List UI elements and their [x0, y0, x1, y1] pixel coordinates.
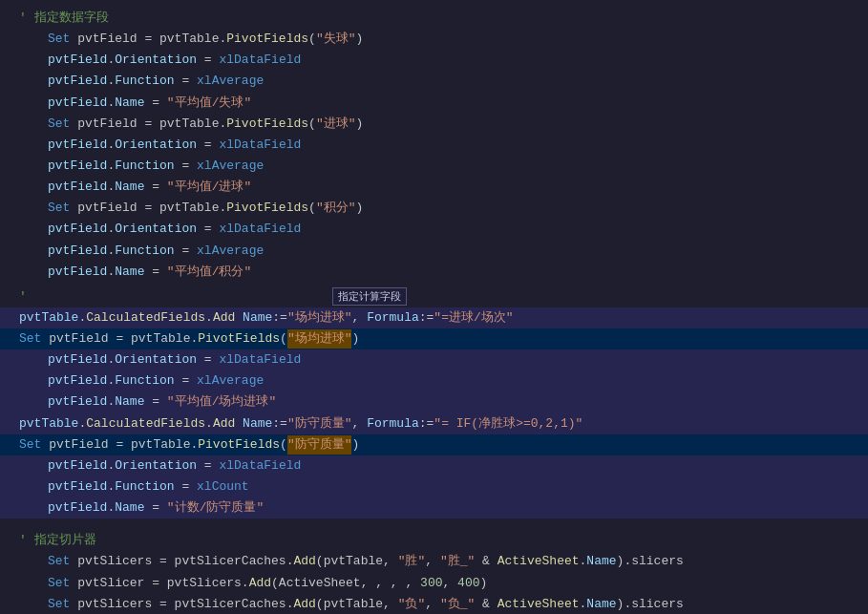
code-line: pvtField.Name = "计数/防守质量": [0, 498, 868, 519]
badge-calc: 指定计算字段: [332, 287, 407, 306]
code-line: ' 指定切片器: [0, 530, 868, 551]
code-line: pvtField.Orientation = xlDataField: [0, 219, 868, 240]
code-line: Set pvtField = pvtTable.PivotFields("失球"…: [0, 29, 868, 50]
code-line-blank: ' 指定计算字段: [0, 286, 868, 307]
code-line: Set pvtSlicers = pvtSlicerCaches.Add(pvt…: [0, 594, 868, 614]
code-line: pvtField.Function = xlCount: [0, 476, 868, 498]
code-line: ' 指定数据字段: [0, 8, 868, 29]
code-line: pvtField.Function = xlAverage: [0, 156, 868, 177]
comment-text: ' 指定数据字段: [19, 9, 109, 28]
code-line: pvtField.Function = xlAverage: [0, 241, 868, 262]
code-line: Set pvtField = pvtTable.PivotFields("进球"…: [0, 114, 868, 135]
code-line: pvtField.Orientation = xlDataField: [0, 455, 868, 476]
code-line: pvtField.Name = "平均值/进球": [0, 177, 868, 198]
code-line: pvtField.Function = xlAverage: [0, 371, 868, 392]
code-line: pvtField.Name = "平均值/失球": [0, 93, 868, 114]
code-line: Set pvtField = pvtTable.PivotFields("积分"…: [0, 198, 868, 219]
code-line: Set pvtField = pvtTable.PivotFields("防守质…: [0, 434, 868, 455]
code-editor: ' 指定数据字段 Set pvtField = pvtTable.PivotFi…: [0, 0, 868, 614]
code-line: Set pvtField = pvtTable.PivotFields("场均进…: [0, 328, 868, 349]
code-line: pvtField.Orientation = xlDataField: [0, 135, 868, 156]
code-line: Set pvtSlicers = pvtSlicerCaches.Add(pvt…: [0, 551, 868, 572]
code-line: Set pvtSlicer = pvtSlicers.Add(ActiveShe…: [0, 573, 868, 594]
code-line: pvtTable.CalculatedFields.Add Name:="场均进…: [0, 307, 868, 328]
code-line-blank: [0, 519, 868, 530]
code-line: pvtField.Name = "平均值/场均进球": [0, 392, 868, 413]
code-line: pvtField.Function = xlAverage: [0, 71, 868, 92]
code-line: pvtField.Name = "平均值/积分": [0, 262, 868, 283]
code-line: pvtTable.CalculatedFields.Add Name:="防守质…: [0, 413, 868, 434]
code-line: pvtField.Orientation = xlDataField: [0, 349, 868, 371]
code-line: pvtField.Orientation = xlDataField: [0, 50, 868, 71]
comment-slicer: ' 指定切片器: [19, 531, 96, 550]
